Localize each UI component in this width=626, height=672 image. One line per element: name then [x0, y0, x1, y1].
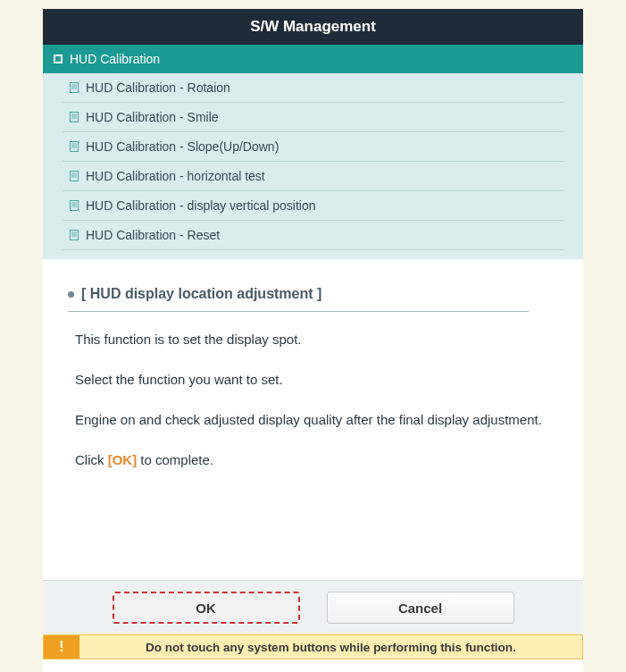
exclamation-icon: ! [59, 639, 63, 655]
list-item[interactable]: HUD Calibration - Smile [63, 103, 563, 132]
document-icon [70, 141, 79, 152]
svg-rect-16 [71, 201, 79, 211]
list-item-label: HUD Calibration - Smile [86, 110, 219, 124]
detail-line-post: to complete. [137, 452, 213, 467]
cancel-button[interactable]: Cancel [327, 592, 514, 624]
section-header[interactable]: HUD Calibration [43, 45, 583, 73]
detail-line: This function is to set the display spot… [75, 330, 558, 349]
document-icon [70, 82, 79, 93]
calibration-list[interactable]: HUD Calibration - Rotaion HUD Calibratio… [43, 73, 583, 259]
detail-line-pre: Click [75, 452, 108, 467]
app-title: S/W Management [250, 18, 376, 35]
ok-button[interactable]: OK [113, 592, 300, 624]
detail-title-row: [ HUD display location adjustment ] [68, 286, 558, 311]
list-item[interactable]: HUD Calibration - display vertical posit… [63, 191, 563, 221]
svg-rect-0 [71, 83, 79, 93]
list-item-label: HUD Calibration - horizontal test [86, 169, 265, 183]
list-item[interactable]: HUD Calibration - Reset [63, 221, 563, 250]
section-title: HUD Calibration [70, 52, 160, 66]
square-icon [54, 55, 63, 63]
detail-line: Select the function you want to set. [75, 370, 558, 389]
detail-line: Engine on and check adjusted display qua… [75, 410, 558, 429]
list-item[interactable]: HUD Calibration - Rotaion [63, 73, 563, 103]
svg-rect-8 [71, 142, 79, 152]
warning-icon: ! [44, 635, 79, 659]
list-item[interactable]: HUD Calibration - Slope(Up/Down) [63, 132, 563, 162]
list-item-label: HUD Calibration - Rotaion [86, 80, 230, 95]
footer: OK Cancel ! Do not touch any system butt… [43, 580, 583, 659]
list-container: HUD Calibration - Rotaion HUD Calibratio… [43, 73, 583, 259]
list-item-label: HUD Calibration - display vertical posit… [86, 198, 316, 213]
bullet-icon [68, 291, 74, 298]
warning-text: Do not touch any system buttons while pe… [79, 635, 582, 659]
document-icon [70, 230, 79, 240]
divider [68, 311, 529, 312]
app-container: S/W Management HUD Calibration HUD Calib… [43, 9, 583, 672]
ok-inline-text: [OK] [108, 452, 138, 467]
detail-body: This function is to set the display spot… [68, 330, 558, 469]
button-row: OK Cancel [43, 580, 583, 634]
warning-bar: ! Do not touch any system buttons while … [43, 634, 583, 659]
svg-rect-12 [71, 172, 79, 181]
detail-section: [ HUD display location adjustment ] This… [43, 259, 583, 469]
svg-rect-20 [71, 231, 79, 240]
detail-title: [ HUD display location adjustment ] [81, 286, 321, 302]
document-icon [70, 112, 79, 122]
svg-rect-4 [71, 113, 79, 122]
detail-line: Click [OK] to complete. [75, 450, 558, 469]
list-item-label: HUD Calibration - Reset [86, 228, 220, 242]
document-icon [70, 200, 79, 211]
document-icon [70, 171, 79, 181]
list-item[interactable]: HUD Calibration - Slope(Left/Right) [63, 250, 563, 259]
list-item-label: HUD Calibration - Slope(Left/Right) [86, 257, 281, 259]
list-item-label: HUD Calibration - Slope(Up/Down) [86, 139, 279, 154]
app-header: S/W Management [43, 9, 583, 45]
list-item[interactable]: HUD Calibration - horizontal test [63, 162, 563, 191]
